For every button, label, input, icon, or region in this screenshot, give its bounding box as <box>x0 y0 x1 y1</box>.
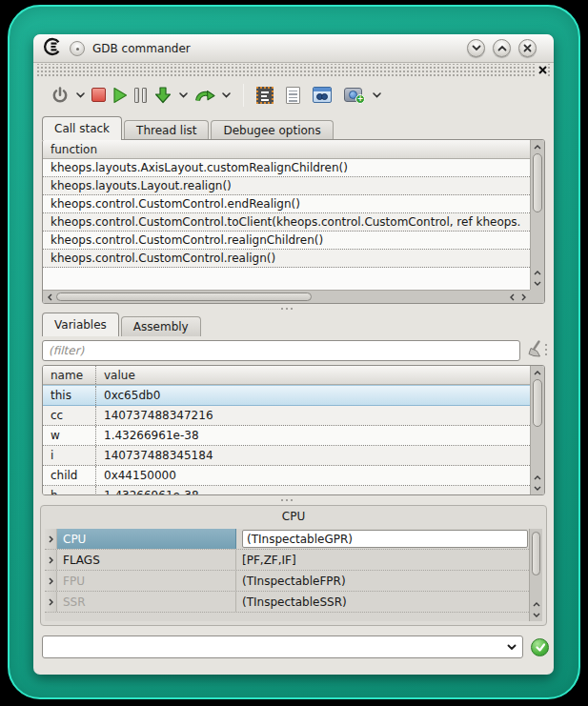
variable-row[interactable]: h 1.43266961e-38 <box>43 486 530 495</box>
scroll-down-icon[interactable] <box>531 277 544 289</box>
scrollbar-thumb[interactable] <box>532 532 540 575</box>
expand-arrow-icon[interactable] <box>45 592 57 612</box>
scroll-up-icon[interactable] <box>531 141 544 152</box>
shade-button[interactable] <box>467 39 485 57</box>
expand-arrow-icon[interactable] <box>45 529 57 549</box>
dock-handle-strip[interactable] <box>35 64 552 77</box>
callstack-row[interactable]: kheops.control.CustomControl.realignChil… <box>43 232 530 250</box>
variable-row[interactable]: child 0x44150000 <box>43 466 530 486</box>
scroll-right-icon[interactable] <box>517 291 529 303</box>
column-header-name[interactable]: name <box>43 366 96 384</box>
pin-button[interactable] <box>70 41 85 56</box>
callstack-vertical-scrollbar[interactable] <box>530 140 544 290</box>
watch-button[interactable] <box>313 87 332 103</box>
output-button[interactable] <box>286 87 300 104</box>
run-button[interactable] <box>112 87 128 104</box>
output-icon <box>286 87 300 104</box>
filter-input[interactable] <box>42 340 520 361</box>
broom-icon <box>525 339 545 359</box>
combo-dropdown-button[interactable] <box>501 636 522 657</box>
cpu-row[interactable]: CPU <box>45 529 529 550</box>
chevron-down-icon <box>373 92 381 98</box>
clear-filter-button[interactable] <box>525 339 545 363</box>
watch-icon <box>313 87 332 103</box>
dock-close-icon[interactable] <box>537 64 548 76</box>
callstack-column-header[interactable]: function <box>43 140 530 159</box>
scroll-left-icon[interactable] <box>506 291 517 303</box>
scroll-down-icon[interactable] <box>531 482 544 494</box>
cpu-view-icon <box>256 87 274 104</box>
callstack-list: function kheops.layouts.AxisLayout.custo… <box>42 139 545 304</box>
titlebar: GDB commander <box>33 34 554 63</box>
app-logo-icon <box>43 37 62 60</box>
scroll-left-icon[interactable] <box>44 291 55 303</box>
callstack-row[interactable]: kheops.layouts.AxisLayout.customRealignC… <box>43 159 530 177</box>
variable-row[interactable]: w 1.43266961e-38 <box>43 426 530 446</box>
check-icon <box>535 642 546 653</box>
variables-vertical-scrollbar[interactable] <box>530 366 544 494</box>
scrollbar-corner <box>530 290 544 303</box>
chevron-down-icon <box>507 644 517 651</box>
callstack-horizontal-scrollbar[interactable] <box>43 290 530 303</box>
debug-toolbar: + <box>33 77 554 112</box>
tab-thread-list[interactable]: Thread list <box>124 120 209 140</box>
variable-row[interactable]: i 140737488345184 <box>43 446 530 466</box>
column-header-value[interactable]: value <box>96 366 135 384</box>
pause-icon <box>134 88 139 103</box>
window-title: GDB commander <box>92 42 191 55</box>
snapshot-dropdown-button[interactable] <box>373 92 381 98</box>
cpu-row[interactable]: FLAGS [PF,ZF,IF] <box>45 550 529 571</box>
cpu-view-button[interactable] <box>256 87 274 104</box>
power-dropdown-button[interactable] <box>76 92 85 98</box>
step-over-button[interactable] <box>194 86 215 105</box>
callstack-row[interactable]: kheops.layouts.Layout.realign() <box>43 177 530 195</box>
tab-variables[interactable]: Variables <box>42 313 119 336</box>
chevron-down-icon <box>76 92 85 98</box>
cpu-row[interactable]: SSR (TInspectableSSR) <box>45 592 529 613</box>
tab-call-stack[interactable]: Call stack <box>42 116 122 140</box>
filter-splitter-handle[interactable] <box>545 344 547 355</box>
step-into-button[interactable] <box>153 86 172 105</box>
scrollbar-thumb[interactable] <box>533 153 542 212</box>
tab-assembly[interactable]: Assembly <box>121 316 201 336</box>
window-controls <box>467 39 544 57</box>
callstack-tabbar: Call stack Thread list Debugee options <box>42 116 335 140</box>
step-into-dropdown-button[interactable] <box>179 92 188 98</box>
cpu-group-title: CPU <box>41 506 546 527</box>
callstack-row[interactable]: kheops.control.CustomControl.toClient(kh… <box>43 213 530 232</box>
submit-button[interactable] <box>531 638 549 656</box>
command-combobox[interactable] <box>42 635 523 658</box>
register-value-editor[interactable] <box>242 530 528 548</box>
splitter-handle[interactable] <box>281 308 293 310</box>
scroll-up-icon[interactable] <box>531 367 544 378</box>
expand-arrow-icon[interactable] <box>45 550 57 570</box>
variable-row[interactable]: this 0xc65db0 <box>43 385 530 406</box>
callstack-row[interactable]: kheops.control.CustomControl.realign() <box>43 250 530 268</box>
maximize-button[interactable] <box>493 39 511 57</box>
close-button[interactable] <box>518 39 537 57</box>
power-icon <box>51 86 70 105</box>
run-icon <box>112 87 128 104</box>
cpu-vertical-scrollbar[interactable] <box>529 529 542 621</box>
cpu-groupbox: CPU CPU FLAGS [PF,ZF,IF] FPU (TInspectab… <box>40 505 547 626</box>
scroll-down-icon[interactable] <box>530 609 542 620</box>
cpu-register-grid: CPU FLAGS [PF,ZF,IF] FPU (TInspectableFP… <box>45 529 542 621</box>
cpu-row[interactable]: FPU (TInspectableFPR) <box>45 571 529 592</box>
stop-icon <box>91 88 106 102</box>
step-over-dropdown-button[interactable] <box>222 92 231 98</box>
pause-button[interactable] <box>134 88 147 103</box>
stop-button[interactable] <box>91 88 106 102</box>
command-input[interactable] <box>43 640 501 654</box>
tab-debugee-options[interactable]: Debugee options <box>211 120 333 140</box>
splitter-handle[interactable] <box>281 499 293 501</box>
scrollbar-thumb[interactable] <box>533 379 542 427</box>
snapshot-button[interactable]: + <box>344 88 362 102</box>
variables-header: name value <box>43 366 530 385</box>
variable-row[interactable]: cc 140737488347216 <box>43 406 530 426</box>
power-button[interactable] <box>51 86 70 105</box>
scrollbar-thumb[interactable] <box>56 292 312 301</box>
step-into-icon <box>153 86 172 105</box>
chevron-down-icon <box>222 92 231 98</box>
callstack-row[interactable]: kheops.control.CustomControl.endRealign(… <box>43 195 530 213</box>
expand-arrow-icon[interactable] <box>45 571 57 591</box>
